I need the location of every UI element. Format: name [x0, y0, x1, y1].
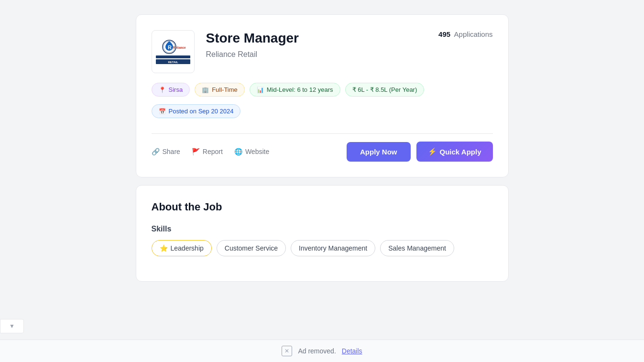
location-tag: 📍 Sirsa	[152, 83, 190, 97]
job-header-card: RETAIL R Reliance Store Manager	[136, 14, 509, 177]
job-type-tag: 🏢 Full-Time	[195, 83, 245, 97]
divider	[152, 133, 493, 134]
star-icon: ⭐	[160, 244, 168, 252]
action-row: 🔗 Share 🚩 Report 🌐 Website Apply Now ⚡ Q…	[152, 142, 493, 162]
svg-text:RETAIL: RETAIL	[168, 61, 178, 64]
chevron-down-icon: ▼	[9, 323, 15, 329]
share-link[interactable]: 🔗 Share	[152, 148, 180, 155]
gauge-icon: 📊	[257, 87, 264, 93]
tags-row: 📍 Sirsa 🏢 Full-Time 📊 Mid-Level: 6 to 12…	[152, 83, 493, 97]
report-link[interactable]: 🚩 Report	[192, 148, 223, 155]
share-icon: 🔗	[152, 148, 160, 155]
svg-rect-0	[156, 55, 190, 58]
scroll-indicator[interactable]: ▼	[0, 319, 24, 333]
lightning-icon: ⚡	[428, 147, 437, 156]
ad-details-link[interactable]: Details	[342, 347, 362, 355]
salary-tag: ₹ 6L - ₹ 8.5L (Per Year)	[345, 83, 425, 97]
job-info: Store Manager Reliance Retail	[206, 30, 427, 59]
company-name: Reliance Retail	[206, 50, 427, 59]
about-job-title: About the Job	[152, 201, 493, 213]
flag-icon: 🚩	[192, 148, 200, 155]
briefcase-icon: 🏢	[202, 87, 209, 93]
applications-count: 495 Applications	[438, 30, 492, 38]
skills-label: Skills	[152, 225, 493, 233]
ad-bar: ✕ Ad removed. Details	[0, 340, 644, 362]
ad-close-icon[interactable]: ✕	[282, 346, 292, 356]
experience-tag: 📊 Mid-Level: 6 to 12 years	[250, 83, 340, 97]
left-actions: 🔗 Share 🚩 Report 🌐 Website	[152, 148, 270, 155]
quick-apply-button[interactable]: ⚡ Quick Apply	[416, 142, 493, 162]
company-logo: RETAIL R Reliance	[152, 30, 195, 73]
skill-tag-inventory-management: Inventory Management	[291, 240, 375, 256]
calendar-icon: 📅	[159, 108, 166, 115]
svg-text:Reliance: Reliance	[173, 46, 186, 49]
website-link[interactable]: 🌐 Website	[234, 148, 269, 155]
globe-icon: 🌐	[234, 148, 242, 155]
job-title: Store Manager	[206, 30, 427, 46]
right-actions: Apply Now ⚡ Quick Apply	[347, 142, 492, 162]
skills-section: Skills ⭐ Leadership Customer Service Inv…	[152, 225, 493, 256]
skill-tag-sales-management: Sales Management	[380, 240, 454, 256]
apply-now-button[interactable]: Apply Now	[347, 142, 411, 162]
svg-text:R: R	[168, 44, 172, 50]
about-job-card: About the Job Skills ⭐ Leadership Custom…	[136, 185, 509, 282]
location-icon: 📍	[159, 87, 166, 93]
skill-tag-leadership: ⭐ Leadership	[152, 240, 212, 256]
skills-row: ⭐ Leadership Customer Service Inventory …	[152, 240, 493, 256]
ad-text: Ad removed.	[298, 347, 336, 355]
date-row: 📅 Posted on Sep 20 2024	[152, 104, 493, 118]
skill-tag-customer-service: Customer Service	[217, 240, 286, 256]
date-tag: 📅 Posted on Sep 20 2024	[152, 104, 241, 118]
